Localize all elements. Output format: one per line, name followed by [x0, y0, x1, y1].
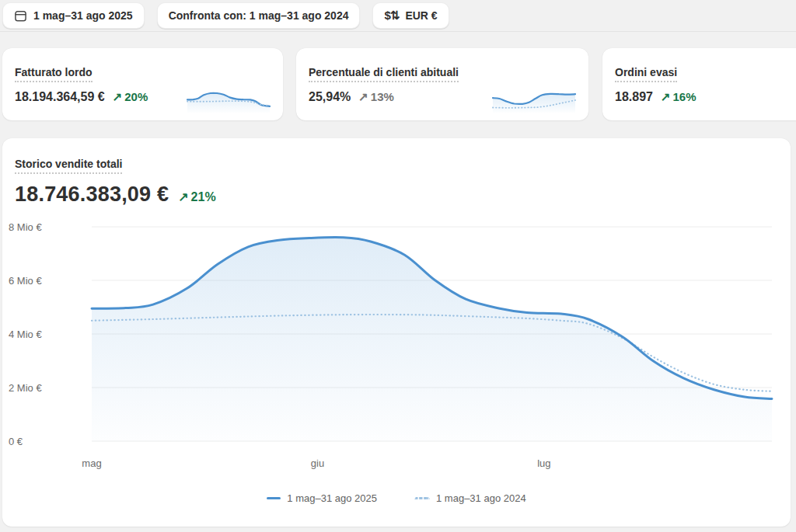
trend-up-icon: ↗	[661, 90, 671, 104]
metric-card-gross-sales: Fatturato lordo 18.194.364,59 € ↗ 20%	[2, 48, 283, 120]
sparkline-chart	[491, 82, 578, 115]
currency-exchange-icon: $⇅	[384, 9, 399, 23]
currency-label: EUR €	[405, 9, 437, 22]
compare-label: Confronta con: 1 mag–31 ago 2024	[169, 9, 349, 22]
total-sales-value-row: 18.746.383,09 € ↗ 21%	[15, 183, 778, 207]
total-sales-title[interactable]: Storico vendite totali	[15, 158, 122, 174]
metric-value: 25,94%	[309, 90, 351, 104]
sparkline-chart	[185, 82, 272, 115]
legend-swatch-solid	[267, 497, 281, 499]
x-axis-labels: maggiulug	[82, 457, 550, 469]
metric-delta-badge: ↗ 20%	[113, 90, 148, 104]
currency-button[interactable]: $⇅ EUR €	[372, 2, 449, 29]
legend-item-2024: 1 mag–31 ago 2024	[414, 492, 526, 504]
legend-item-2025: 1 mag–31 ago 2025	[267, 492, 377, 504]
total-sales-delta-value: 21%	[191, 190, 216, 204]
trend-up-icon: ↗	[178, 190, 188, 204]
date-range-button[interactable]: 1 mag–31 ago 2025	[2, 2, 145, 29]
y-tick-label: 8 Mio €	[9, 221, 42, 233]
area-fill-2025	[92, 238, 772, 441]
y-tick-label: 0 €	[9, 436, 23, 447]
metric-delta-badge: ↗ 13%	[358, 90, 394, 104]
y-axis-labels: 0 €2 Mio €4 Mio €6 Mio €8 Mio €	[9, 221, 42, 447]
metric-title-orders-fulfilled[interactable]: Ordini evasi	[615, 67, 677, 82]
total-sales-value: 18.746.383,09 €	[15, 183, 169, 207]
y-tick-label: 6 Mio €	[9, 275, 42, 287]
trend-up-icon: ↗	[358, 90, 368, 104]
y-tick-label: 2 Mio €	[9, 382, 42, 394]
legend-swatch-dotted	[414, 497, 430, 499]
calendar-icon	[14, 9, 27, 23]
metric-delta-value: 13%	[371, 90, 394, 103]
metric-delta-badge: ↗ 16%	[661, 90, 696, 104]
metric-value: 18.194.364,59 €	[15, 90, 105, 104]
metric-card-orders-fulfilled: Ordini evasi 18.897 ↗ 16%	[602, 48, 796, 120]
legend-label-2024: 1 mag–31 ago 2024	[436, 492, 526, 504]
legend-label-2025: 1 mag–31 ago 2025	[287, 492, 377, 504]
total-sales-delta-badge: ↗ 21%	[178, 190, 215, 204]
metric-delta-value: 20%	[124, 90, 148, 103]
metric-value-row: 18.897 ↗ 16%	[615, 90, 796, 104]
y-tick-label: 4 Mio €	[9, 329, 42, 340]
date-range-label: 1 mag–31 ago 2025	[33, 9, 133, 22]
metric-card-returning-customer-rate: Percentuale di clienti abituali 25,94% ↗…	[296, 48, 588, 120]
compare-button[interactable]: Confronta con: 1 mag–31 ago 2024	[157, 2, 361, 29]
x-tick-label: lug	[537, 457, 550, 469]
header-toolbar: 1 mag–31 ago 2025 Confronta con: 1 mag–3…	[0, 0, 796, 32]
metric-value: 18.897	[615, 90, 653, 104]
chart-legend: 1 mag–31 ago 2025 1 mag–31 ago 2024	[2, 492, 791, 504]
total-sales-card: Storico vendite totali 18.746.383,09 € ↗…	[2, 138, 791, 527]
x-tick-label: giu	[311, 457, 324, 469]
metric-delta-value: 16%	[673, 90, 696, 103]
x-tick-label: mag	[82, 457, 101, 469]
metric-title-returning-customer-rate[interactable]: Percentuale di clienti abituali	[309, 67, 459, 82]
metric-title-gross-sales[interactable]: Fatturato lordo	[15, 67, 93, 82]
trend-up-icon: ↗	[113, 90, 123, 104]
total-sales-line-chart: 0 €2 Mio €4 Mio €6 Mio €8 Mio € maggiulu…	[2, 217, 791, 474]
